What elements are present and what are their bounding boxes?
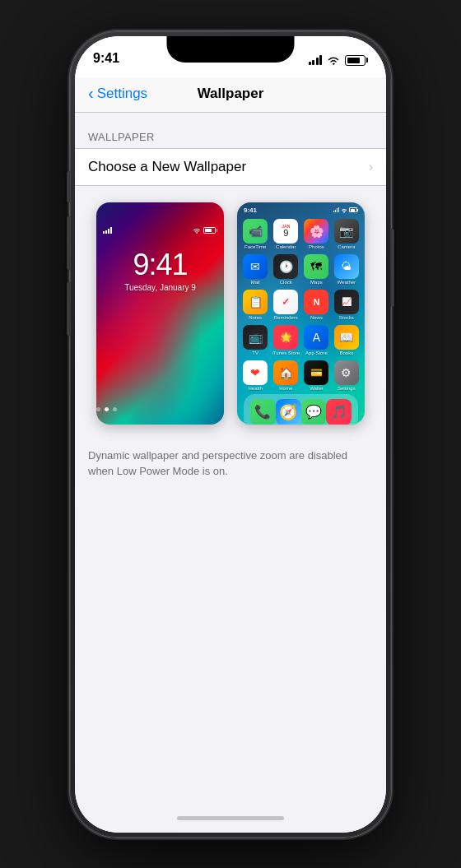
back-button[interactable]: ‹ Settings — [88, 86, 147, 102]
dock-music[interactable]: 🎵 — [326, 399, 352, 425]
app-itunes[interactable]: 🌟 iTunes Store — [272, 325, 300, 355]
notch — [167, 36, 295, 63]
app-health[interactable]: ❤ Health — [242, 360, 268, 391]
hs-time: 9:41 — [244, 207, 257, 214]
mute-button[interactable] — [67, 171, 70, 202]
phone-outer: 9:41 — [70, 31, 391, 838]
home-indicator — [75, 805, 386, 833]
homescreen-preview[interactable]: 9:41 — [237, 202, 365, 425]
volume-up-button[interactable] — [67, 216, 70, 270]
app-stocks[interactable]: 📈 Stocks — [333, 290, 360, 320]
signal-icon — [309, 55, 323, 65]
back-label: Settings — [97, 86, 147, 102]
app-reminders[interactable]: ✓ Reminders — [272, 290, 300, 320]
wifi-icon — [327, 55, 340, 65]
lockscreen-time: 9:41 — [133, 250, 187, 280]
section-header: WALLPAPER — [75, 113, 386, 148]
app-calendar[interactable]: JAN 9 Calendar — [272, 219, 300, 249]
note-text: Dynamic wallpaper and perspective zoom a… — [75, 441, 386, 493]
nav-bar: ‹ Settings Wallpaper — [75, 77, 386, 113]
page-title: Wallpaper — [198, 86, 264, 102]
back-chevron-icon: ‹ — [88, 85, 94, 101]
lockscreen-date: Tuesday, January 9 — [124, 283, 196, 292]
app-clock[interactable]: 🕐 Clock — [272, 254, 300, 285]
power-button[interactable] — [391, 229, 394, 307]
dock-safari[interactable]: 🧭 — [276, 399, 301, 425]
app-facetime[interactable]: 📹 FaceTime — [242, 219, 268, 249]
app-news[interactable]: N News — [303, 290, 329, 320]
app-wallet[interactable]: 💳 Wallet — [303, 360, 329, 391]
status-icons — [309, 55, 369, 66]
lockscreen-preview[interactable]: 9:41 Tuesday, January 9 — [96, 202, 224, 425]
screen: 9:41 — [75, 36, 386, 833]
app-settings[interactable]: ⚙ Settings — [333, 360, 360, 391]
content[interactable]: WALLPAPER Choose a New Wallpaper › — [75, 113, 386, 805]
svg-point-2 — [343, 211, 345, 213]
app-home[interactable]: 🏠 Home — [272, 360, 300, 391]
dock-phone[interactable]: 📞 — [250, 399, 276, 425]
choose-wallpaper-item[interactable]: Choose a New Wallpaper › — [75, 149, 386, 185]
dock-messages[interactable]: 💬 — [301, 399, 327, 425]
svg-point-1 — [196, 232, 198, 234]
app-appstore[interactable]: A App Store — [303, 325, 329, 355]
phone-inner: 9:41 — [75, 36, 386, 833]
app-weather[interactable]: 🌤 Weather — [333, 254, 360, 285]
chevron-right-icon: › — [369, 160, 373, 174]
app-notes[interactable]: 📋 Notes — [242, 290, 268, 320]
svg-point-0 — [333, 63, 334, 65]
home-bar — [177, 816, 284, 820]
dock: 📞 🧭 💬 🎵 — [244, 394, 358, 425]
app-tv[interactable]: 📺 TV — [242, 325, 268, 355]
app-books[interactable]: 📖 Books — [333, 325, 360, 355]
battery-icon — [345, 55, 368, 66]
wallpaper-previews: 9:41 Tuesday, January 9 — [75, 186, 386, 441]
notch-bar: 9:41 — [75, 36, 386, 77]
app-maps[interactable]: 🗺 Maps — [303, 254, 329, 285]
choose-wallpaper-label: Choose a New Wallpaper — [88, 159, 246, 175]
list-group: Choose a New Wallpaper › — [75, 148, 386, 186]
status-time: 9:41 — [93, 51, 119, 66]
app-camera[interactable]: 📷 Camera — [333, 219, 360, 249]
app-mail[interactable]: ✉ Mail — [242, 254, 268, 285]
volume-down-button[interactable] — [67, 282, 70, 336]
app-photos[interactable]: 🌸 Photos — [303, 219, 329, 249]
